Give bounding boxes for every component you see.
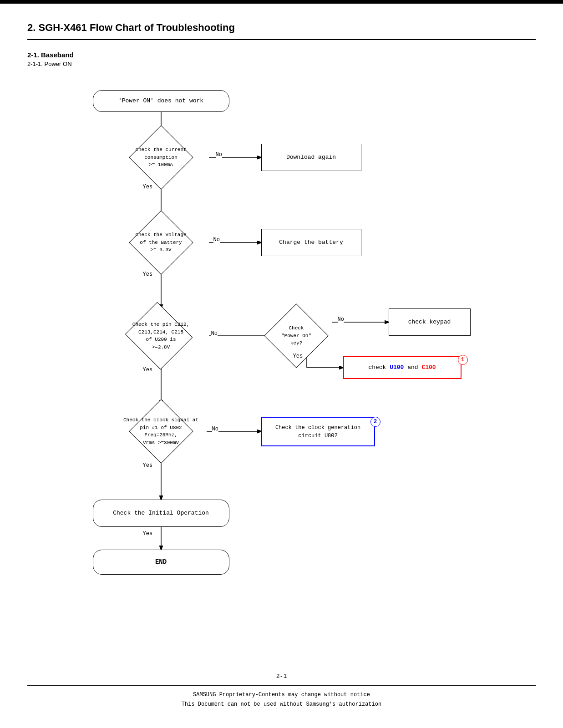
start-box: 'Power ON' does not work — [93, 90, 229, 112]
badge-1: 1 — [458, 355, 468, 365]
end-box: END — [93, 550, 229, 575]
sub-title: 2-1-1. Power ON — [27, 61, 536, 67]
badge-2: 2 — [370, 417, 380, 427]
section-title: 2-1. Baseband — [27, 51, 536, 59]
download-again-box: Download again — [261, 144, 361, 171]
charge-battery-box: Charge the battery — [261, 229, 361, 256]
diamond2-no-label: No — [213, 237, 220, 243]
page-footer: 2-1 SAMSUNG Proprietary-Contents may cha… — [0, 673, 563, 710]
check-u100-text: check U100 and C100 — [368, 364, 436, 372]
check-keypad-box: check keypad — [389, 308, 471, 336]
page-content: 2. SGH-X461 Flow Chart of Troubleshootin… — [0, 4, 563, 672]
initial-yes-label: Yes — [143, 531, 153, 537]
diamond1-container: check the current consumption >= 100mA — [116, 135, 207, 180]
page-number: 2-1 — [0, 673, 563, 680]
clock-gen-box: Check the clock generation circuit U802 — [261, 417, 375, 446]
diamond5-yes-label: Yes — [143, 462, 153, 469]
footer-section: SAMSUNG Proprietary-Contents may change … — [27, 685, 536, 710]
diamond4-no-label: No — [338, 316, 344, 323]
main-title: 2. SGH-X461 Flow Chart of Troubleshootin… — [27, 22, 536, 40]
diamond3-yes-label: Yes — [143, 367, 153, 373]
footer-line2: This Document can not be used without Sa… — [27, 700, 536, 710]
diamond2-container: Check the Voltage of the Battery >= 3.3V — [116, 217, 207, 268]
diamond4-container: Check "Power On" key? — [261, 308, 332, 363]
diamond3-container: Check the pin C212, C213,C214, C215 of U… — [107, 308, 216, 363]
check-u100-c100-box: check U100 and C100 — [343, 356, 462, 379]
initial-operation-box: Check the Initial Operation — [93, 500, 229, 527]
diamond5-container: Check the clock signal at pin #1 of U802… — [84, 404, 238, 459]
footer-line1: SAMSUNG Proprietary-Contents may change … — [27, 690, 536, 700]
top-bar — [0, 0, 563, 4]
diamond2-yes-label: Yes — [143, 271, 153, 278]
diamond1-no-label: No — [216, 152, 222, 158]
diamond1-yes-label: Yes — [143, 184, 153, 190]
flowchart: 'Power ON' does not work check the curre… — [43, 76, 521, 645]
